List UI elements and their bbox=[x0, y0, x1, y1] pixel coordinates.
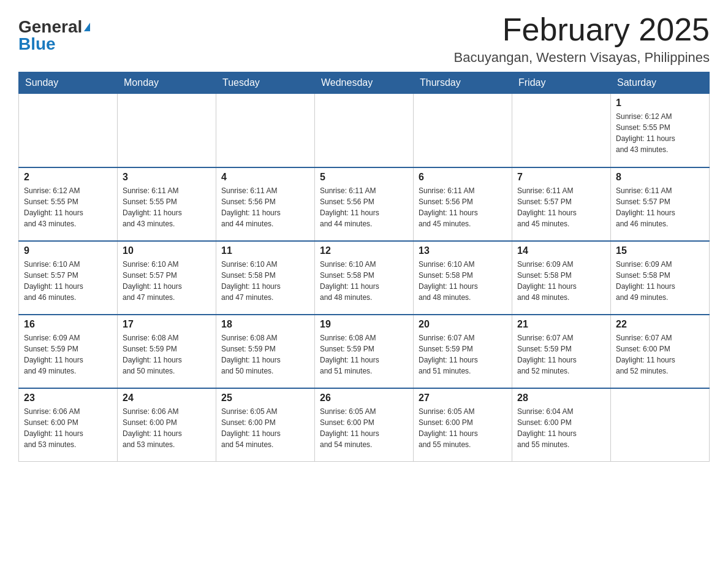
day-number: 4 bbox=[221, 172, 309, 183]
day-number: 12 bbox=[320, 245, 408, 256]
calendar-header-sunday: Sunday bbox=[19, 72, 118, 94]
day-number: 6 bbox=[419, 172, 507, 183]
calendar-week-row: 16Sunrise: 6:09 AM Sunset: 5:59 PM Dayli… bbox=[19, 315, 710, 388]
calendar-cell: 18Sunrise: 6:08 AM Sunset: 5:59 PM Dayli… bbox=[216, 315, 315, 388]
day-number: 2 bbox=[24, 172, 112, 183]
day-info: Sunrise: 6:11 AM Sunset: 5:56 PM Dayligh… bbox=[320, 185, 408, 229]
day-number: 15 bbox=[616, 245, 704, 256]
calendar-cell: 27Sunrise: 6:05 AM Sunset: 6:00 PM Dayli… bbox=[414, 388, 512, 462]
day-number: 21 bbox=[517, 319, 605, 330]
day-info: Sunrise: 6:10 AM Sunset: 5:57 PM Dayligh… bbox=[24, 259, 112, 303]
calendar-cell: 14Sunrise: 6:09 AM Sunset: 5:58 PM Dayli… bbox=[512, 241, 611, 315]
day-number: 10 bbox=[123, 245, 211, 256]
day-info: Sunrise: 6:10 AM Sunset: 5:57 PM Dayligh… bbox=[123, 259, 211, 303]
day-number: 24 bbox=[123, 393, 211, 404]
day-info: Sunrise: 6:06 AM Sunset: 6:00 PM Dayligh… bbox=[123, 406, 211, 450]
day-info: Sunrise: 6:09 AM Sunset: 5:59 PM Dayligh… bbox=[24, 332, 112, 377]
day-info: Sunrise: 6:09 AM Sunset: 5:58 PM Dayligh… bbox=[517, 259, 605, 303]
day-info: Sunrise: 6:11 AM Sunset: 5:55 PM Dayligh… bbox=[123, 185, 211, 229]
day-info: Sunrise: 6:05 AM Sunset: 6:00 PM Dayligh… bbox=[221, 406, 309, 450]
day-number: 13 bbox=[419, 245, 507, 256]
day-number: 7 bbox=[517, 172, 605, 183]
day-info: Sunrise: 6:08 AM Sunset: 5:59 PM Dayligh… bbox=[221, 332, 309, 377]
day-info: Sunrise: 6:08 AM Sunset: 5:59 PM Dayligh… bbox=[320, 332, 408, 377]
day-number: 22 bbox=[616, 319, 704, 330]
day-info: Sunrise: 6:11 AM Sunset: 5:57 PM Dayligh… bbox=[517, 185, 605, 229]
day-number: 3 bbox=[123, 172, 211, 183]
day-number: 25 bbox=[221, 393, 309, 404]
day-info: Sunrise: 6:10 AM Sunset: 5:58 PM Dayligh… bbox=[221, 259, 309, 303]
calendar-cell: 23Sunrise: 6:06 AM Sunset: 6:00 PM Dayli… bbox=[19, 388, 118, 462]
calendar-header-friday: Friday bbox=[512, 72, 611, 94]
day-number: 1 bbox=[616, 98, 704, 109]
day-number: 8 bbox=[616, 172, 704, 183]
calendar-header-saturday: Saturday bbox=[611, 72, 710, 94]
day-number: 14 bbox=[517, 245, 605, 256]
calendar-cell: 26Sunrise: 6:05 AM Sunset: 6:00 PM Dayli… bbox=[315, 388, 414, 462]
location-title: Bacuyangan, Western Visayas, Philippines bbox=[454, 50, 710, 66]
calendar-cell: 3Sunrise: 6:11 AM Sunset: 5:55 PM Daylig… bbox=[118, 167, 216, 241]
day-number: 16 bbox=[24, 319, 112, 330]
day-info: Sunrise: 6:05 AM Sunset: 6:00 PM Dayligh… bbox=[419, 406, 507, 450]
calendar-cell: 7Sunrise: 6:11 AM Sunset: 5:57 PM Daylig… bbox=[512, 167, 611, 241]
calendar-cell: 11Sunrise: 6:10 AM Sunset: 5:58 PM Dayli… bbox=[216, 241, 315, 315]
calendar-cell bbox=[216, 94, 315, 167]
day-number: 9 bbox=[24, 245, 112, 256]
day-number: 19 bbox=[320, 319, 408, 330]
calendar-header-tuesday: Tuesday bbox=[216, 72, 315, 94]
calendar-cell: 5Sunrise: 6:11 AM Sunset: 5:56 PM Daylig… bbox=[315, 167, 414, 241]
day-number: 5 bbox=[320, 172, 408, 183]
day-info: Sunrise: 6:11 AM Sunset: 5:56 PM Dayligh… bbox=[419, 185, 507, 229]
calendar-cell: 28Sunrise: 6:04 AM Sunset: 6:00 PM Dayli… bbox=[512, 388, 611, 462]
month-title: February 2025 bbox=[454, 12, 710, 47]
day-number: 17 bbox=[123, 319, 211, 330]
calendar-cell: 4Sunrise: 6:11 AM Sunset: 5:56 PM Daylig… bbox=[216, 167, 315, 241]
logo-blue-text: Blue bbox=[18, 36, 56, 53]
calendar-week-row: 9Sunrise: 6:10 AM Sunset: 5:57 PM Daylig… bbox=[19, 241, 710, 315]
day-number: 18 bbox=[221, 319, 309, 330]
day-info: Sunrise: 6:11 AM Sunset: 5:56 PM Dayligh… bbox=[221, 185, 309, 229]
calendar-cell bbox=[118, 94, 216, 167]
calendar-header-wednesday: Wednesday bbox=[315, 72, 414, 94]
calendar-cell: 1Sunrise: 6:12 AM Sunset: 5:55 PM Daylig… bbox=[611, 94, 710, 167]
logo-general-text: General bbox=[18, 18, 82, 36]
calendar-week-row: 1Sunrise: 6:12 AM Sunset: 5:55 PM Daylig… bbox=[19, 94, 710, 167]
calendar-cell: 6Sunrise: 6:11 AM Sunset: 5:56 PM Daylig… bbox=[414, 167, 512, 241]
calendar-cell bbox=[315, 94, 414, 167]
day-info: Sunrise: 6:10 AM Sunset: 5:58 PM Dayligh… bbox=[419, 259, 507, 303]
calendar-cell bbox=[19, 94, 118, 167]
day-number: 26 bbox=[320, 393, 408, 404]
calendar-cell: 12Sunrise: 6:10 AM Sunset: 5:58 PM Dayli… bbox=[315, 241, 414, 315]
day-info: Sunrise: 6:04 AM Sunset: 6:00 PM Dayligh… bbox=[517, 406, 605, 450]
logo: General Blue bbox=[18, 12, 90, 53]
calendar-week-row: 23Sunrise: 6:06 AM Sunset: 6:00 PM Dayli… bbox=[19, 388, 710, 462]
calendar-cell: 15Sunrise: 6:09 AM Sunset: 5:58 PM Dayli… bbox=[611, 241, 710, 315]
day-info: Sunrise: 6:11 AM Sunset: 5:57 PM Dayligh… bbox=[616, 185, 704, 229]
day-info: Sunrise: 6:07 AM Sunset: 6:00 PM Dayligh… bbox=[616, 332, 704, 377]
calendar-cell: 13Sunrise: 6:10 AM Sunset: 5:58 PM Dayli… bbox=[414, 241, 512, 315]
logo-triangle-icon bbox=[84, 23, 90, 31]
day-number: 28 bbox=[517, 393, 605, 404]
calendar-cell: 19Sunrise: 6:08 AM Sunset: 5:59 PM Dayli… bbox=[315, 315, 414, 388]
calendar-cell: 17Sunrise: 6:08 AM Sunset: 5:59 PM Dayli… bbox=[118, 315, 216, 388]
calendar-header-row: SundayMondayTuesdayWednesdayThursdayFrid… bbox=[19, 72, 710, 94]
day-info: Sunrise: 6:08 AM Sunset: 5:59 PM Dayligh… bbox=[123, 332, 211, 377]
day-info: Sunrise: 6:09 AM Sunset: 5:58 PM Dayligh… bbox=[616, 259, 704, 303]
day-info: Sunrise: 6:06 AM Sunset: 6:00 PM Dayligh… bbox=[24, 406, 112, 450]
calendar-cell bbox=[611, 388, 710, 462]
calendar-cell: 25Sunrise: 6:05 AM Sunset: 6:00 PM Dayli… bbox=[216, 388, 315, 462]
calendar-cell: 10Sunrise: 6:10 AM Sunset: 5:57 PM Dayli… bbox=[118, 241, 216, 315]
calendar-cell: 21Sunrise: 6:07 AM Sunset: 5:59 PM Dayli… bbox=[512, 315, 611, 388]
calendar-header-monday: Monday bbox=[118, 72, 216, 94]
calendar-cell: 2Sunrise: 6:12 AM Sunset: 5:55 PM Daylig… bbox=[19, 167, 118, 241]
calendar-cell: 16Sunrise: 6:09 AM Sunset: 5:59 PM Dayli… bbox=[19, 315, 118, 388]
day-number: 11 bbox=[221, 245, 309, 256]
day-info: Sunrise: 6:07 AM Sunset: 5:59 PM Dayligh… bbox=[517, 332, 605, 377]
calendar-cell: 9Sunrise: 6:10 AM Sunset: 5:57 PM Daylig… bbox=[19, 241, 118, 315]
calendar-table: SundayMondayTuesdayWednesdayThursdayFrid… bbox=[18, 72, 710, 462]
day-info: Sunrise: 6:12 AM Sunset: 5:55 PM Dayligh… bbox=[616, 111, 704, 155]
calendar-header-thursday: Thursday bbox=[414, 72, 512, 94]
day-info: Sunrise: 6:12 AM Sunset: 5:55 PM Dayligh… bbox=[24, 185, 112, 229]
calendar-cell: 24Sunrise: 6:06 AM Sunset: 6:00 PM Dayli… bbox=[118, 388, 216, 462]
calendar-cell bbox=[512, 94, 611, 167]
